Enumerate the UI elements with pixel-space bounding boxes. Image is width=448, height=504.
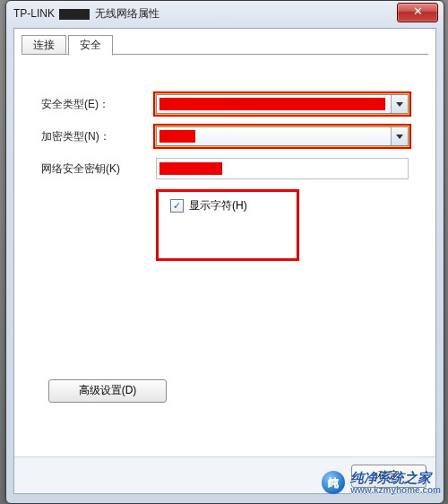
title-suffix: 无线网络属性	[95, 7, 159, 20]
tab-strip: 连接 安全	[22, 34, 112, 54]
chevron-down-icon	[396, 102, 403, 107]
title-prefix: TP-LINK	[13, 7, 55, 20]
tab-security[interactable]: 安全	[68, 35, 113, 56]
label-network-key: 网络安全密钥(K)	[41, 161, 156, 177]
form: 安全类型(E)： 加密类型(N)：	[41, 91, 409, 187]
dialog-footer: 确定	[14, 456, 435, 493]
client-area: 连接 安全 安全类型(E)：	[13, 28, 436, 494]
ok-button[interactable]: 确定	[351, 465, 426, 488]
redacted-value	[159, 162, 222, 175]
tab-connection[interactable]: 连接	[22, 35, 66, 56]
row-encryption-type: 加密类型(N)：	[41, 123, 409, 150]
close-icon: ✕	[413, 4, 423, 18]
network-key-input[interactable]	[156, 158, 409, 179]
redacted-value	[159, 130, 195, 143]
security-type-combo[interactable]	[156, 94, 409, 114]
dropdown-button[interactable]	[391, 95, 408, 113]
chevron-down-icon	[396, 135, 403, 139]
check-icon: ✓	[173, 201, 181, 211]
encryption-type-combo[interactable]	[156, 126, 409, 146]
label-encryption-type: 加密类型(N)：	[41, 129, 156, 144]
label-security-type: 安全类型(E)：	[41, 97, 156, 112]
row-security-type: 安全类型(E)：	[41, 91, 409, 117]
close-button[interactable]: ✕	[397, 3, 438, 22]
titlebar[interactable]: TP-LINK 无线网络属性 ✕	[6, 1, 444, 26]
show-characters-checkbox[interactable]: ✓ 显示字符(H)	[170, 198, 247, 213]
dropdown-button[interactable]	[391, 127, 408, 145]
row-network-key: 网络安全密钥(K)	[41, 155, 409, 182]
advanced-settings-button[interactable]: 高级设置(D)	[48, 379, 167, 403]
checkbox-label: 显示字符(H)	[189, 198, 247, 213]
title-redacted	[59, 9, 90, 20]
security-panel: 安全类型(E)： 加密类型(N)：	[22, 55, 428, 454]
show-characters-group: ✓ 显示字符(H)	[156, 189, 299, 261]
redacted-value	[159, 98, 385, 110]
checkbox-box: ✓	[170, 199, 184, 213]
dialog-window: TP-LINK 无线网络属性 ✕ 连接 安全 安全类型(E)：	[5, 0, 444, 504]
